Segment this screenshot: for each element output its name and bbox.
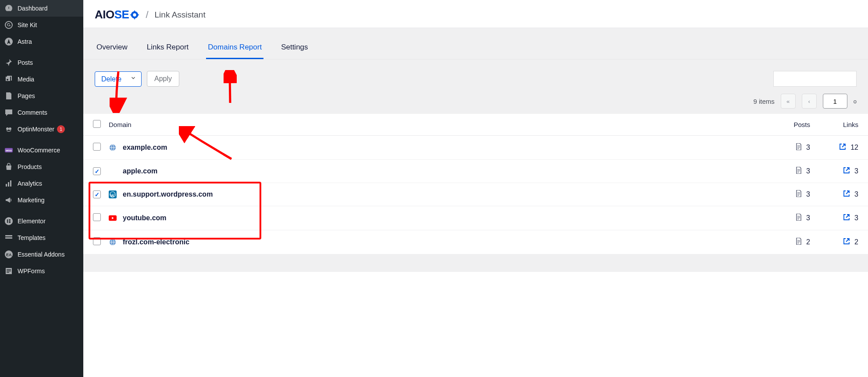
svg-rect-7	[6, 184, 7, 187]
svg-rect-12	[9, 219, 11, 220]
svg-rect-19	[7, 271, 11, 271]
sidebar-item-optinmonster[interactable]: OptinMonster1	[0, 121, 83, 137]
sidebar-item-label: Site Kit	[18, 21, 37, 28]
svg-rect-20	[7, 272, 9, 273]
table-header-row: Domain Posts Links	[83, 114, 868, 136]
analytics-icon	[4, 179, 13, 188]
page-title: Link Assistant	[155, 10, 206, 20]
sidebar-item-wpforms[interactable]: WPForms	[0, 263, 83, 279]
row-checkbox[interactable]	[93, 143, 101, 151]
table-row[interactable]: example.com312	[83, 136, 868, 160]
sidebar-item-label: OptinMonster	[18, 126, 54, 133]
sidebar-item-woocommerce[interactable]: wooWooCommerce	[0, 142, 83, 159]
column-header-domain[interactable]: Domain	[109, 121, 779, 128]
posts-count: 3	[806, 190, 810, 198]
sidebar-item-marketing[interactable]: Marketing	[0, 192, 83, 208]
tab-domains-report[interactable]: Domains Report	[206, 28, 263, 59]
posts-count: 3	[806, 214, 810, 222]
row-checkbox[interactable]	[93, 167, 101, 175]
favicon-icon	[109, 144, 117, 152]
aioseo-logo: AIOSE	[95, 8, 139, 21]
posts-count: 2	[806, 238, 810, 246]
tab-settings[interactable]: Settings	[279, 28, 309, 59]
favicon-icon	[109, 238, 117, 246]
sidebar-item-label: Analytics	[18, 180, 42, 187]
favicon-icon	[109, 190, 117, 198]
tab-links-report[interactable]: Links Report	[145, 28, 190, 59]
sidebar-item-templates[interactable]: Templates	[0, 229, 83, 246]
templates-icon	[4, 233, 13, 242]
svg-rect-14	[9, 222, 11, 223]
svg-point-2	[7, 79, 8, 81]
favicon-icon	[109, 214, 117, 222]
tab-overview[interactable]: Overview	[95, 28, 129, 59]
svg-rect-11	[7, 219, 8, 223]
svg-point-0	[5, 21, 12, 28]
sidebar-item-site-kit[interactable]: Site Kit	[0, 17, 83, 33]
sidebar-item-label: Essential Addons	[18, 251, 64, 258]
external-link-icon	[843, 214, 850, 222]
apply-button[interactable]: Apply	[147, 71, 179, 87]
row-checkbox[interactable]	[93, 190, 101, 198]
sidebar-item-label: Marketing	[18, 197, 44, 204]
svg-point-22	[133, 13, 136, 16]
posts-count: 3	[806, 144, 810, 152]
svg-text:woo: woo	[5, 149, 12, 152]
notification-badge: 1	[57, 125, 65, 133]
posts-count: 3	[806, 167, 810, 175]
page-of-label: o	[854, 98, 857, 105]
sidebar-item-posts[interactable]: Posts	[0, 54, 83, 71]
marketing-icon	[4, 196, 13, 204]
document-icon	[796, 190, 802, 199]
table-row[interactable]: frozl.com-electronic22	[83, 230, 868, 254]
sidebar-item-pages[interactable]: Pages	[0, 88, 83, 104]
column-header-links[interactable]: Links	[823, 121, 858, 128]
ea-icon: EA	[4, 250, 13, 259]
domain-name: example.com	[123, 144, 167, 152]
table-row[interactable]: youtube.com33	[83, 206, 868, 230]
table-row[interactable]: apple.com33	[83, 160, 868, 183]
external-link-icon	[843, 167, 850, 176]
sidebar-item-media[interactable]: Media	[0, 71, 83, 88]
sidebar-item-label: Astra	[18, 38, 32, 45]
dashboard-icon	[4, 4, 13, 13]
sidebar-item-essential-addons[interactable]: EAEssential Addons	[0, 246, 83, 263]
page-number-input[interactable]	[823, 94, 847, 109]
domain-name: en.support.wordpress.com	[123, 190, 213, 198]
elementor-icon	[4, 217, 13, 225]
domain-name: frozl.com-electronic	[123, 238, 189, 246]
media-icon	[4, 75, 13, 84]
document-icon	[796, 143, 802, 152]
woo-icon: woo	[4, 146, 13, 155]
search-input[interactable]	[773, 71, 857, 87]
sidebar-item-products[interactable]: Products	[0, 159, 83, 175]
main-content: AIOSE / Link Assistant OverviewLinks Rep…	[83, 0, 868, 377]
svg-rect-23	[135, 10, 135, 12]
select-all-checkbox[interactable]	[93, 120, 101, 128]
astra-icon	[4, 37, 13, 46]
sidebar-item-label: Products	[18, 163, 42, 170]
row-checkbox[interactable]	[93, 213, 101, 221]
optin-icon	[4, 125, 13, 134]
page-header: AIOSE / Link Assistant	[83, 0, 868, 28]
external-link-icon	[839, 143, 846, 152]
bulk-action-select[interactable]: Delete	[95, 71, 142, 87]
sidebar-item-astra[interactable]: Astra	[0, 33, 83, 50]
row-checkbox[interactable]	[93, 237, 101, 245]
sidebar-item-elementor[interactable]: Elementor	[0, 213, 83, 229]
table-row[interactable]: en.support.wordpress.com33	[83, 183, 868, 206]
svg-rect-24	[135, 18, 135, 19]
sidebar-item-label: Templates	[18, 234, 46, 241]
sidebar-item-analytics[interactable]: Analytics	[0, 175, 83, 192]
domain-name: youtube.com	[123, 214, 167, 222]
sidebar-item-dashboard[interactable]: Dashboard	[0, 0, 83, 17]
pages-icon	[4, 92, 13, 100]
document-icon	[796, 214, 802, 222]
sidebar-item-label: Posts	[18, 59, 33, 66]
comments-icon	[4, 108, 13, 117]
prev-page-button[interactable]: ‹	[802, 94, 817, 109]
content-area: OverviewLinks ReportDomains ReportSettin…	[83, 28, 868, 272]
sidebar-item-comments[interactable]: Comments	[0, 104, 83, 121]
first-page-button[interactable]: «	[781, 94, 796, 109]
column-header-posts[interactable]: Posts	[779, 121, 823, 128]
